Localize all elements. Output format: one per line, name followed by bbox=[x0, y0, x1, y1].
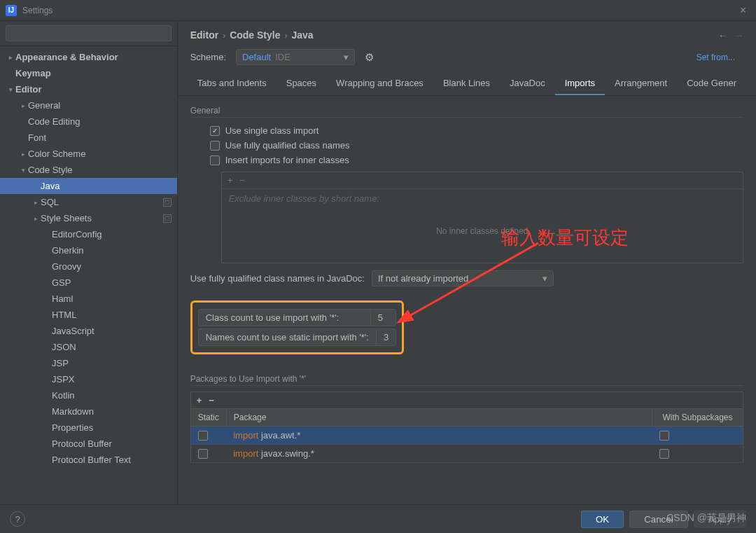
table-row[interactable]: import java.awt.* bbox=[190, 427, 743, 445]
tree-item-code-editing[interactable]: Code Editing bbox=[0, 113, 177, 130]
settings-panel: General Use single class import Use full… bbox=[178, 96, 756, 504]
scheme-select[interactable]: DefaultIDE bbox=[236, 49, 355, 65]
gear-icon[interactable]: ⚙ bbox=[365, 51, 374, 64]
tree-item-general[interactable]: ▸General bbox=[0, 97, 177, 113]
packages-table: Static Package With Subpackages import j… bbox=[190, 408, 743, 463]
breadcrumb: Editor›Code Style›Java bbox=[190, 29, 314, 41]
tab-imports[interactable]: Imports bbox=[555, 72, 605, 95]
checkbox-icon[interactable] bbox=[198, 449, 208, 459]
forward-icon[interactable]: → bbox=[734, 30, 743, 41]
tab-javadoc[interactable]: JavaDoc bbox=[500, 72, 555, 95]
tree-item-groovy[interactable]: Groovy bbox=[0, 258, 177, 275]
tree-item-protocol-buffer[interactable]: Protocol Buffer bbox=[0, 436, 177, 452]
tree-item-sql[interactable]: ▸SQL□ bbox=[0, 194, 177, 210]
insert-imports-inner[interactable]: Insert imports for inner classes bbox=[190, 153, 743, 167]
tree-item-keymap[interactable]: Keymap bbox=[0, 65, 177, 81]
names-count-input[interactable]: 3 bbox=[377, 329, 396, 345]
tree-item-kotlin[interactable]: Kotlin bbox=[0, 387, 177, 403]
tab-code-gener[interactable]: Code Gener bbox=[677, 72, 746, 95]
add-icon[interactable]: + bbox=[227, 175, 233, 186]
app-icon: IJ bbox=[6, 5, 17, 16]
names-count-row[interactable]: Names count to use static import with '*… bbox=[198, 328, 397, 346]
tree-item-editorconfig[interactable]: EditorConfig bbox=[0, 226, 177, 242]
use-single-class-import[interactable]: Use single class import bbox=[190, 123, 743, 138]
checkbox-icon[interactable] bbox=[210, 155, 220, 165]
tree-item-html[interactable]: HTML bbox=[0, 307, 177, 323]
scheme-label: Scheme: bbox=[190, 52, 226, 62]
tree-item-editor[interactable]: ▾Editor bbox=[0, 81, 177, 97]
checkbox-icon[interactable] bbox=[210, 126, 220, 136]
tree-item-java[interactable]: Java bbox=[0, 178, 177, 194]
cancel-button[interactable]: Cancel bbox=[629, 511, 688, 528]
table-row[interactable]: import javax.swing.* bbox=[190, 445, 743, 463]
remove-icon[interactable]: − bbox=[239, 175, 245, 186]
tabs: Tabs and IndentsSpacesWrapping and Brace… bbox=[178, 72, 756, 96]
tree-item-appearance-behavior[interactable]: ▸Appearance & Behavior bbox=[0, 49, 177, 65]
class-count-input[interactable]: 5 bbox=[371, 310, 390, 326]
sidebar: 🔍 ▸Appearance & BehaviorKeymap▾Editor▸Ge… bbox=[0, 21, 178, 504]
section-general: General bbox=[190, 106, 743, 118]
packages-toolbar: + − bbox=[190, 392, 743, 408]
checkbox-icon[interactable] bbox=[210, 141, 220, 151]
tree-item-protocol-buffer-text[interactable]: Protocol Buffer Text bbox=[0, 452, 177, 468]
section-packages: Packages to Use Import with '*' bbox=[190, 374, 743, 386]
tree-item-style-sheets[interactable]: ▸Style Sheets□ bbox=[0, 210, 177, 226]
search-input[interactable] bbox=[6, 25, 172, 41]
settings-tree: ▸Appearance & BehaviorKeymap▾Editor▸Gene… bbox=[0, 46, 177, 504]
titlebar: IJ Settings × bbox=[0, 0, 756, 21]
set-from-link[interactable]: Set from... bbox=[696, 53, 743, 62]
tree-item-color-scheme[interactable]: ▸Color Scheme bbox=[0, 146, 177, 162]
tree-item-jsp[interactable]: JSP bbox=[0, 355, 177, 371]
main-panel: Editor›Code Style›Java ← → Scheme: Defau… bbox=[178, 21, 756, 504]
tab-arrangement[interactable]: Arrangement bbox=[605, 72, 677, 95]
remove-icon[interactable]: − bbox=[209, 395, 214, 406]
tab-tabs-and-indents[interactable]: Tabs and Indents bbox=[188, 72, 276, 95]
javadoc-select[interactable]: If not already imported bbox=[372, 270, 554, 286]
back-icon[interactable]: ← bbox=[718, 30, 727, 41]
add-icon[interactable]: + bbox=[197, 395, 202, 406]
tree-item-gherkin[interactable]: Gherkin bbox=[0, 242, 177, 258]
tree-item-font[interactable]: Font bbox=[0, 130, 177, 146]
window-title: Settings bbox=[22, 6, 52, 15]
footer: ? OK Cancel Apply bbox=[0, 504, 756, 533]
tab-blank-lines[interactable]: Blank Lines bbox=[433, 72, 500, 95]
help-button[interactable]: ? bbox=[10, 511, 25, 527]
ok-button[interactable]: OK bbox=[581, 511, 624, 528]
tree-item-code-style[interactable]: ▾Code Style bbox=[0, 162, 177, 178]
tree-item-javascript[interactable]: JavaScript bbox=[0, 323, 177, 339]
apply-button[interactable]: Apply bbox=[694, 511, 746, 528]
checkbox-icon[interactable] bbox=[659, 431, 669, 441]
tree-item-markdown[interactable]: Markdown bbox=[0, 403, 177, 420]
exclude-inner-classes-box: + − Exclude inner classes by short name:… bbox=[221, 172, 743, 263]
tree-item-jspx[interactable]: JSPX bbox=[0, 371, 177, 387]
import-count-highlight: Class count to use import with '*': 5 Na… bbox=[190, 300, 405, 354]
tree-item-gsp[interactable]: GSP bbox=[0, 275, 177, 291]
class-count-row[interactable]: Class count to use import with '*': 5 bbox=[198, 309, 397, 326]
tree-item-haml[interactable]: Haml bbox=[0, 291, 177, 307]
checkbox-icon[interactable] bbox=[659, 449, 669, 459]
tab-wrapping-and-braces[interactable]: Wrapping and Braces bbox=[326, 72, 433, 95]
tree-item-json[interactable]: JSON bbox=[0, 339, 177, 355]
close-icon[interactable]: × bbox=[736, 4, 750, 17]
javadoc-label: Use fully qualified class names in JavaD… bbox=[190, 273, 365, 284]
tab-spaces[interactable]: Spaces bbox=[276, 72, 326, 95]
checkbox-icon[interactable] bbox=[198, 431, 208, 441]
tree-item-properties[interactable]: Properties bbox=[0, 420, 177, 436]
use-fqcn[interactable]: Use fully qualified class names bbox=[190, 138, 743, 153]
